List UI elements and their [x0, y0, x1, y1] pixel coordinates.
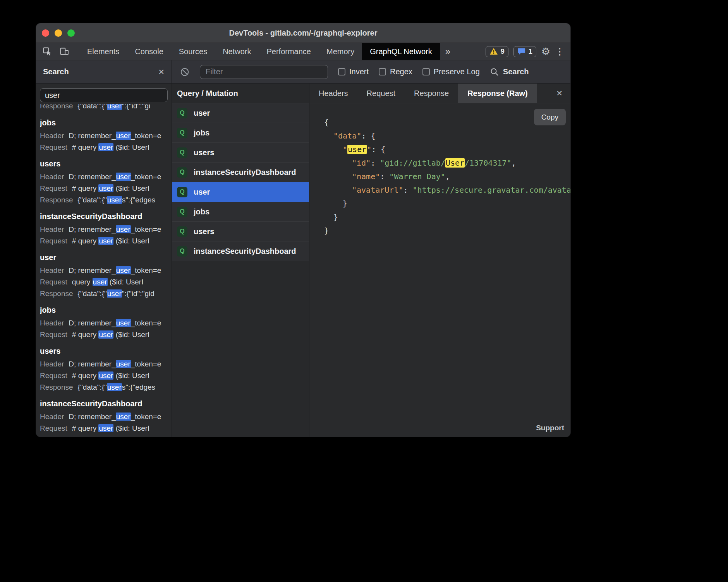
search-result-line[interactable]: Request# query user ($id: UserI: [40, 329, 168, 341]
window-title: DevTools - gitlab.com/-/graphql-explorer: [36, 29, 570, 38]
toolbar-search-button[interactable]: Search: [490, 67, 529, 77]
query-row-instancesecuritydashboard[interactable]: QinstanceSecurityDashboard: [172, 241, 309, 261]
search-result-line[interactable]: Response{"data":{"user":{"id":"gi: [40, 104, 168, 112]
search-result-line[interactable]: HeaderD; remember_user_token=e: [40, 171, 168, 183]
search-icon: [490, 67, 499, 77]
close-detail-icon[interactable]: ✕: [548, 84, 570, 103]
search-result-section[interactable]: users: [40, 158, 168, 169]
query-type-icon: Q: [177, 147, 187, 158]
maximize-window-button[interactable]: [67, 29, 75, 37]
warning-icon: [489, 48, 498, 55]
response-pane: HeadersRequestResponseResponse (Raw) ✕ C…: [309, 84, 570, 437]
tab-console[interactable]: Console: [127, 43, 171, 60]
devtools-content: Search ✕ Response{"data":{"user":{"id":"…: [36, 60, 570, 437]
search-match-highlight: user: [98, 371, 113, 380]
search-result-kind: Header: [40, 173, 64, 181]
close-search-panel-icon[interactable]: ✕: [158, 68, 165, 76]
search-result-section[interactable]: jobs: [40, 304, 168, 316]
tab-memory[interactable]: Memory: [319, 43, 362, 60]
search-result-clipped[interactable]: Response{"data":{"user":{"id":"gi: [40, 104, 168, 112]
tab-response[interactable]: Response: [405, 84, 458, 103]
search-result-section[interactable]: jobs: [40, 117, 168, 128]
json-token: "Warren Day": [389, 172, 445, 181]
search-result-line[interactable]: Response{"data":{"users":{"edges: [40, 194, 168, 206]
search-result-text: # query: [72, 371, 99, 380]
search-result-line[interactable]: Response{"data":{"users":{"edges: [40, 382, 168, 393]
warnings-badge[interactable]: 9: [486, 46, 508, 57]
support-link[interactable]: Support: [536, 424, 564, 432]
tab-graphql-network[interactable]: GraphQL Network: [362, 43, 440, 60]
query-type-icon: Q: [177, 207, 187, 217]
search-result-line[interactable]: HeaderD; remember_user_token=e: [40, 130, 168, 142]
search-result-line[interactable]: HeaderD; remember_user_token=e: [40, 358, 168, 370]
search-input[interactable]: [40, 88, 168, 102]
search-result-line[interactable]: HeaderD; remember_user_token=e: [40, 224, 168, 235]
settings-gear-icon[interactable]: ⚙: [541, 46, 550, 56]
query-row-jobs[interactable]: Qjobs: [172, 202, 309, 222]
tab-performance[interactable]: Performance: [259, 43, 319, 60]
search-match-highlight: user: [116, 319, 131, 327]
query-label: users: [194, 148, 214, 157]
devtools-tabbar: ElementsConsoleSourcesNetworkPerformance…: [36, 43, 570, 60]
search-result-line[interactable]: Response{"data":{"user":{"id":"gid: [40, 288, 168, 300]
inspect-element-icon[interactable]: [36, 43, 56, 60]
search-result-text: D; remember_: [69, 173, 115, 181]
search-result-line[interactable]: HeaderD; remember_user_token=e: [40, 265, 168, 276]
issues-badge[interactable]: 1: [513, 46, 536, 57]
search-result-kind: Header: [40, 413, 64, 421]
search-match-highlight: user: [116, 132, 131, 140]
search-result-line[interactable]: Requestquery user ($id: UserI: [40, 276, 168, 288]
search-result-line[interactable]: Request# query user ($id: UserI: [40, 142, 168, 153]
query-type-icon: Q: [177, 108, 187, 118]
json-line: "avatarUrl": "https://secure.gravatar.co…: [324, 183, 570, 197]
search-result-text: {"data":{": [78, 289, 107, 298]
search-result-section[interactable]: instanceSecurityDashboard: [40, 211, 168, 222]
search-result-section[interactable]: user: [40, 252, 168, 263]
device-toolbar-icon[interactable]: [56, 43, 73, 60]
search-result-line[interactable]: HeaderD; remember_user_token=e: [40, 317, 168, 329]
clear-log-icon[interactable]: [180, 67, 190, 77]
search-result-text: ($id: UserI: [113, 237, 149, 245]
query-label: users: [194, 227, 214, 236]
search-result-kind: Header: [40, 319, 64, 327]
query-row-users[interactable]: Qusers: [172, 222, 309, 241]
search-match-highlight: User: [445, 158, 465, 168]
search-match-highlight: user: [93, 278, 108, 286]
regex-checkbox[interactable]: Regex: [379, 67, 412, 76]
close-window-button[interactable]: [42, 29, 49, 37]
query-list-pane: Query / Mutation QuserQjobsQusersQinstan…: [172, 84, 309, 437]
tab-sources[interactable]: Sources: [171, 43, 215, 60]
copy-button[interactable]: Copy: [534, 109, 566, 125]
more-tabs-chevron[interactable]: »: [440, 43, 456, 60]
search-result-line[interactable]: Request# query user ($id: UserI: [40, 183, 168, 194]
query-row-user[interactable]: Quser: [172, 103, 309, 123]
tab-elements[interactable]: Elements: [79, 43, 127, 60]
kebab-menu-icon[interactable]: ⋮: [555, 47, 564, 56]
search-result-line[interactable]: Request# query user ($id: UserI: [40, 370, 168, 382]
tab-network[interactable]: Network: [215, 43, 259, 60]
search-result-section[interactable]: instanceSecurityDashboard: [40, 398, 168, 409]
message-bubble-icon: [517, 48, 526, 55]
filter-input[interactable]: [200, 65, 328, 79]
json-token: "gid://gitlab/: [380, 158, 445, 168]
issue-count: 1: [529, 48, 532, 56]
preserve-log-checkbox[interactable]: Preserve Log: [422, 67, 480, 76]
search-result-line[interactable]: Request# query user ($id: UserI: [40, 423, 168, 434]
search-result-text: D; remember_: [69, 266, 115, 274]
query-row-user[interactable]: Quser: [172, 182, 309, 202]
invert-checkbox[interactable]: Invert: [338, 67, 369, 76]
search-result-text: ($id: UserI: [113, 371, 149, 380]
tab-headers[interactable]: Headers: [309, 84, 357, 103]
json-token: ,: [511, 158, 516, 168]
tab-response-raw[interactable]: Response (Raw): [458, 84, 537, 103]
search-result-line[interactable]: HeaderD; remember_user_token=e: [40, 411, 168, 423]
response-tabbar: HeadersRequestResponseResponse (Raw) ✕: [309, 84, 570, 103]
query-row-instancesecuritydashboard[interactable]: QinstanceSecurityDashboard: [172, 163, 309, 182]
query-label: user: [194, 109, 210, 118]
query-row-jobs[interactable]: Qjobs: [172, 123, 309, 143]
query-row-users[interactable]: Qusers: [172, 143, 309, 163]
tab-request[interactable]: Request: [357, 84, 405, 103]
search-result-section[interactable]: users: [40, 345, 168, 357]
search-result-line[interactable]: Request# query user ($id: UserI: [40, 235, 168, 247]
minimize-window-button[interactable]: [55, 29, 62, 37]
